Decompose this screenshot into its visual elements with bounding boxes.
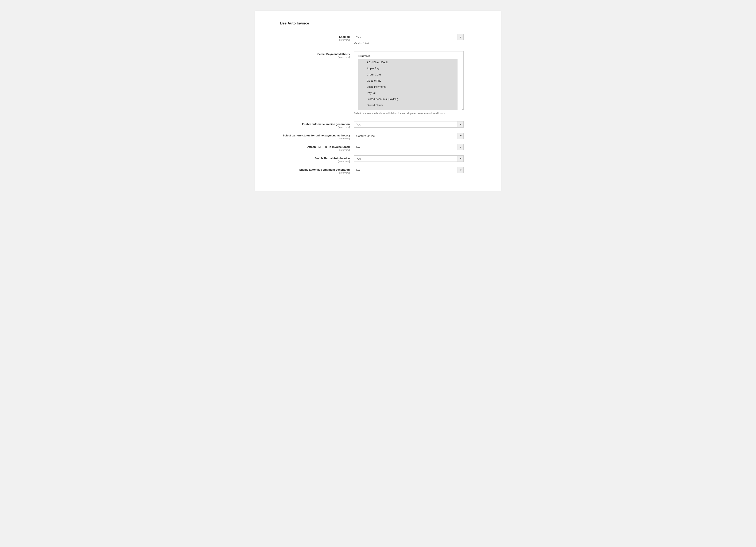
chevron-down-icon	[458, 167, 463, 173]
payment-methods-helper: Select payment methods for which invoice…	[354, 112, 464, 115]
capture-status-select[interactable]: Capture Online	[354, 133, 464, 139]
auto-shipment-select[interactable]: No	[354, 167, 464, 173]
field-col: Yes Version 1.0.6	[354, 34, 464, 45]
scope-label: [store view]	[267, 126, 350, 128]
partial-invoice-select[interactable]: Yes	[354, 156, 464, 162]
payment-methods-label: Select Payment Methods	[267, 53, 350, 56]
multiselect-inner[interactable]: Braintree ACH Direct Debit Apple Pay Cre…	[354, 51, 463, 110]
enabled-select[interactable]: Yes	[354, 34, 464, 40]
scope-label: [store view]	[267, 137, 350, 140]
label-col: Attach PDF File To Invoice Email [store …	[267, 144, 354, 151]
payment-option[interactable]: PayPal	[358, 90, 458, 96]
row-attach-pdf: Attach PDF File To Invoice Email [store …	[267, 144, 489, 151]
capture-status-value: Capture Online	[354, 134, 458, 138]
auto-invoice-label: Enable automatic invoice generation	[267, 123, 350, 126]
auto-shipment-label: Enable automatic shipment generation	[267, 168, 350, 171]
section-title: Bss Auto Invoice	[267, 21, 489, 26]
label-col: Select Payment Methods [store view]	[267, 51, 354, 58]
attach-pdf-value: No	[354, 146, 458, 149]
chevron-down-icon	[458, 34, 463, 40]
attach-pdf-label: Attach PDF File To Invoice Email	[267, 145, 350, 149]
capture-status-label: Select capture status for online payment…	[267, 134, 350, 137]
scope-label: [store view]	[267, 149, 350, 151]
row-partial-invoice: Enable Partial Auto Invoice [store view]…	[267, 156, 489, 163]
enabled-label: Enabled	[267, 35, 350, 38]
svg-marker-0	[460, 37, 462, 38]
row-enabled: Enabled [store view] Yes Version 1.0.6	[267, 34, 489, 45]
field-col: No	[354, 144, 464, 150]
scope-label: [store view]	[267, 172, 350, 174]
field-col: Yes	[354, 121, 464, 128]
chevron-down-icon	[458, 144, 463, 150]
row-auto-shipment: Enable automatic shipment generation [st…	[267, 167, 489, 174]
partial-invoice-value: Yes	[354, 157, 458, 160]
field-col: No	[354, 167, 464, 173]
row-auto-invoice: Enable automatic invoice generation [sto…	[267, 121, 489, 128]
payment-option[interactable]: Venmo	[358, 108, 458, 110]
label-col: Select capture status for online payment…	[267, 133, 354, 140]
enabled-value: Yes	[354, 36, 458, 39]
svg-marker-1	[460, 124, 462, 125]
chevron-down-icon	[458, 133, 463, 139]
field-col: Yes	[354, 156, 464, 162]
label-col: Enable automatic invoice generation [sto…	[267, 121, 354, 128]
svg-marker-4	[460, 158, 462, 159]
scope-label: [store view]	[267, 56, 350, 58]
payment-option[interactable]: Stored Cards	[358, 102, 458, 108]
svg-marker-5	[460, 170, 462, 171]
version-text: Version 1.0.6	[354, 42, 464, 45]
payment-methods-multiselect[interactable]: Braintree ACH Direct Debit Apple Pay Cre…	[354, 51, 464, 110]
svg-marker-3	[460, 147, 462, 148]
payment-option[interactable]: Google Pay	[358, 78, 458, 84]
label-col: Enable automatic shipment generation [st…	[267, 167, 354, 174]
partial-invoice-label: Enable Partial Auto Invoice	[267, 157, 350, 160]
auto-shipment-value: No	[354, 169, 458, 172]
field-col: Capture Online	[354, 133, 464, 139]
optgroup-label: Braintree	[354, 54, 463, 59]
label-col: Enabled [store view]	[267, 34, 354, 41]
payment-option[interactable]: Stored Accounts (PayPal)	[358, 96, 458, 102]
chevron-down-icon	[458, 122, 463, 127]
payment-option[interactable]: Local Payments	[358, 84, 458, 90]
label-col: Enable Partial Auto Invoice [store view]	[267, 156, 354, 163]
config-card: Bss Auto Invoice Enabled [store view] Ye…	[255, 11, 501, 191]
auto-invoice-select[interactable]: Yes	[354, 121, 464, 128]
scope-label: [store view]	[267, 160, 350, 163]
auto-invoice-value: Yes	[354, 123, 458, 126]
payment-option[interactable]: ACH Direct Debit	[358, 59, 458, 65]
scope-label: [store view]	[267, 39, 350, 41]
payment-option[interactable]: Credit Card	[358, 72, 458, 78]
row-capture-status: Select capture status for online payment…	[267, 133, 489, 140]
attach-pdf-select[interactable]: No	[354, 144, 464, 150]
field-col: Braintree ACH Direct Debit Apple Pay Cre…	[354, 51, 464, 115]
svg-marker-2	[460, 135, 462, 137]
row-payment-methods: Select Payment Methods [store view] Brai…	[267, 51, 489, 115]
chevron-down-icon	[458, 156, 463, 162]
payment-option[interactable]: Apple Pay	[358, 65, 458, 72]
